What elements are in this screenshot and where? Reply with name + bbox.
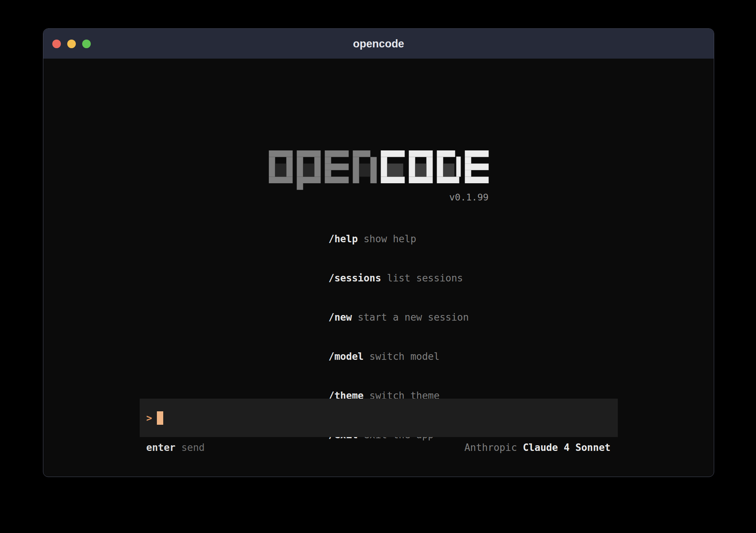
input-area: > entersend AnthropicClaude 4 Sonnet bbox=[140, 399, 618, 453]
command-description: start a new session bbox=[358, 312, 469, 323]
command-name: /new bbox=[329, 312, 352, 323]
model-indicator[interactable]: AnthropicClaude 4 Sonnet bbox=[464, 442, 610, 453]
logo-letter-o2 bbox=[409, 150, 433, 183]
logo-letter-c bbox=[381, 150, 405, 183]
model-label: Claude 4 Sonnet bbox=[523, 442, 611, 453]
keybind-action: send bbox=[181, 442, 205, 453]
prompt-input[interactable]: > bbox=[140, 399, 618, 437]
opencode-window: opencode bbox=[43, 28, 714, 477]
version-label: v0.1.99 bbox=[269, 192, 489, 203]
logo-letter-p bbox=[297, 150, 320, 190]
command-description: list sessions bbox=[387, 272, 463, 284]
command-sessions: /sessionslist sessions bbox=[270, 259, 489, 298]
logo-letter-o bbox=[269, 150, 292, 183]
provider-label: Anthropic bbox=[464, 442, 517, 453]
command-new: /newstart a new session bbox=[270, 298, 489, 337]
command-description: switch model bbox=[369, 351, 440, 362]
window-title: opencode bbox=[43, 38, 714, 50]
text-cursor bbox=[157, 411, 163, 425]
opencode-pixel-logo bbox=[269, 150, 489, 190]
prompt-chevron: > bbox=[146, 412, 152, 424]
desktop: { "window": { "title": "opencode", "cont… bbox=[0, 0, 756, 533]
logo-letter-n bbox=[353, 150, 377, 183]
logo-letter-e2 bbox=[465, 150, 489, 183]
titlebar[interactable]: opencode bbox=[43, 29, 714, 59]
command-name: /help bbox=[329, 233, 358, 244]
command-name: /sessions bbox=[329, 272, 381, 284]
keybind-key: enter bbox=[146, 442, 176, 453]
terminal-content: v0.1.99 /helpshow help /sessionslist ses… bbox=[43, 59, 714, 477]
status-bar: entersend AnthropicClaude 4 Sonnet bbox=[140, 442, 618, 453]
command-description: show help bbox=[363, 233, 416, 244]
keybind-hint: entersend bbox=[146, 442, 205, 453]
command-name: /model bbox=[329, 351, 364, 362]
command-model: /modelswitch model bbox=[270, 337, 489, 376]
command-help: /helpshow help bbox=[270, 219, 489, 259]
logo-letter-e bbox=[325, 150, 348, 183]
logo-letter-d bbox=[437, 150, 461, 183]
